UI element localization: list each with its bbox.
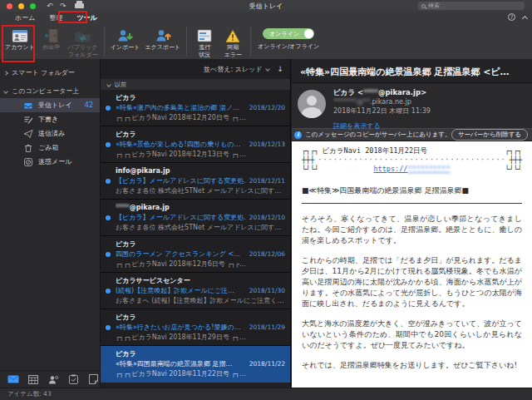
accounts-label: アカウント [5,44,35,52]
titlebar: ↶ ↷ 受信トレイ [0,0,532,12]
list-item[interactable]: ****@pikara.jp 【ピカラ】メールアドレスに関する変更処…2018/… [101,200,290,236]
tab-tools[interactable]: ツール [76,13,96,22]
junk-label: 迷惑メール [38,157,71,166]
tab-organize[interactable]: 整理 [49,13,62,22]
sender-domain: @pikara.jp [130,204,170,211]
public-folders-label-1: パブリック [68,44,98,52]
tasks-module-icon[interactable] [67,374,79,384]
sidebar-item-trash[interactable]: ごみ箱 [0,141,100,155]
ribbon-tab-bar: ホーム 整理 ツール ? [0,12,532,24]
sort-bar[interactable]: 並べ替え: スレッド ↓ [101,59,290,79]
item-sender: ピカラ [116,93,285,103]
item-subject: «特集»瀬戸内の多島美と湯治の郷 湯ノ… [116,103,246,113]
unread-dot [106,325,111,330]
people-module-icon[interactable] [47,374,59,384]
banner-title: ピカラNavi 2018年11月22日号 [322,146,427,156]
body-paragraph: それでは、足摺温泉郷特集をお送りします。ぜひご覧下さいね! [302,360,522,371]
message-subject: «特集»四国最南端の絶景温泉郷 足摺温泉郷 <ピ… [292,59,532,83]
item-date: 2018/12/13 [249,141,285,148]
sync-errors-label-1: 同期 [227,44,239,52]
item-preview: ┌┐┌┐ピカラNavi 2018年11月29日号 ┌┐… [116,333,285,343]
accounts-button[interactable]: アカウント [2,26,37,53]
ribbon-toolbar: アカウント 外出中 パブリック フォルダー インポート エクスポー [0,24,532,59]
list-item[interactable]: ピカラ «特集»景色が楽しめる!四国の乗りもの…2018/12/13 ┌┐┌┐ピ… [101,126,290,163]
body-paragraph: これからの時期、足摺では「だるま夕日」が見られます。だるま夕日は、11月から2月… [302,255,522,309]
calendar-module-icon[interactable] [27,374,39,384]
sidebar-item-sent[interactable]: 送信済み [0,126,100,141]
public-folders-label-2: フォルダー [68,52,98,59]
notes-module-icon[interactable] [87,374,99,384]
item-sender: ピカラ [116,130,285,140]
collapse-ribbon-icon[interactable] [522,16,528,22]
message-date: 2018年11月22日 木曜日 11:39 [333,106,527,116]
chevron-right-icon [3,71,8,76]
sidebar-section-on-this-computer[interactable]: このコンピューター上 [0,84,100,98]
from-name: ピカラ < [333,88,363,96]
out-of-office-label: 外出中 [42,44,60,52]
sidebar-item-drafts[interactable]: 下書き [0,112,100,126]
module-switcher [0,370,101,388]
import-button[interactable]: インポート [108,26,143,53]
sort-direction-icon[interactable]: ↓ [277,65,283,73]
sidebar-item-junk[interactable]: 迷惑メール [0,155,100,169]
list-group-header[interactable]: 以前 [101,79,290,90]
item-subject: 【ピカラ】メールアドレスに関する変更処… [116,213,246,223]
trash-icon [23,143,33,153]
search-box[interactable] [418,2,525,10]
on-this-computer-label: このコンピューター上 [12,86,79,96]
newsletter-link[interactable]: https://********** [373,165,450,173]
sync-errors-label-2: エラー [224,52,241,59]
unread-dot [106,252,111,257]
inbox-icon [23,101,33,111]
sidebar-section-smart-folders[interactable]: スマート フォルダー [0,66,100,80]
sidebar-item-inbox[interactable]: 受信トレイ 42 [0,98,100,112]
sync-errors-button[interactable]: 同期 エラー [219,26,247,61]
list-item[interactable]: ピカラ 四国のラーメン アクセスランキング <…2018/12/06 ┌┐┌┐ピ… [101,236,290,273]
item-date: 2018/11/29 [249,323,285,331]
search-input[interactable] [428,2,521,9]
list-item[interactable]: ピカラ «特集»瀬戸内の多島美と湯治の郷 湯ノ…2018/12/20 ┌┐┌┐ピ… [101,90,290,126]
item-preview: ┌┐┌┐ピカラNavi 2018年12月13日号 ┌┐… [116,150,285,160]
inbox-label: 受信トレイ [38,101,72,110]
banner-corner: ┼┼┼ [510,156,522,165]
toolbar-separator [250,27,251,57]
export-button[interactable]: エクスポート [142,26,183,53]
sort-label: 並べ替え: スレッド [204,65,262,74]
to-line: *******@**.pikara.ne.jp [333,97,527,106]
item-sender: ピカラ [116,240,285,249]
info-icon: i [294,131,302,139]
body-paragraph: そろそろ、寒くなってきて、温泉が恋しい季節となってきましたね。今回ご紹介するのは… [302,214,522,246]
import-icon [116,27,134,44]
divider [302,203,522,204]
item-subject: «特集»四国最南端の絶景温泉郷 足摺… [116,359,246,369]
banner-corner: └┘└┘ [505,165,522,174]
banner-dots: ········································… [318,156,505,165]
tab-home[interactable]: ホーム [15,13,35,22]
export-icon [154,27,172,44]
mail-module-icon[interactable] [7,374,19,384]
section-title: ■≪特集≫四国最南端の絶景温泉郷 足摺温泉郷■ [302,185,522,196]
item-date: 2018/12/10 [249,214,285,221]
redacted-from-email: **** [363,88,378,96]
progress-button[interactable]: 進行 状況 [190,26,219,61]
help-icon[interactable]: ? [508,13,515,21]
item-date: 2018/12/06 [249,250,285,258]
list-item[interactable]: ピカラサービスセンター (続報)【注意喚起】詐欺メールにご注…2018/11/3… [101,273,290,309]
show-details-link[interactable]: 詳細を表示する [333,121,381,131]
item-sender: ピカラ [116,349,285,359]
drafts-label: 下書き [38,115,58,124]
item-preview: ┌┐┌┐ピカラNavi 2018年12月20日号 ┌┐… [116,113,285,123]
item-date: 2018/12/20 [249,104,285,111]
list-item[interactable]: ピカラ «特集»行きたいお店が見つかる!愛媛の…2018/11/29 ┌┐┌┐ピ… [101,309,290,346]
list-item-selected[interactable]: ピカラ «特集»四国最南端の絶景温泉郷 足摺…2018/11/22 ┌┐┌┐ピカ… [101,346,290,383]
inbox-unread-count: 42 [85,101,93,109]
reading-pane: «特集»四国最南端の絶景温泉郷 足摺温泉郷 <ピ… ピカラ <****@pika… [292,59,532,388]
server-copy-text: このメッセージのコピーがサーバー上にあります。 [305,131,448,139]
list-item[interactable]: info@pikara.jp 【ピカラ】メールアドレスに関する変更処…2018/… [101,163,290,200]
message-list: 並べ替え: スレッド ↓ 以前 ピカラ «特集»瀬戸内の多島美と湯治の郷 湯ノ…… [101,59,291,388]
online-toggle[interactable]: オンライン [263,28,314,39]
toolbar-separator [104,27,105,57]
toggle-knob [304,29,313,38]
item-preview: ┌┐┌┐ピカラNavi 2018年11月22日号 ┌┐… [116,369,285,379]
unread-dot [106,142,111,147]
